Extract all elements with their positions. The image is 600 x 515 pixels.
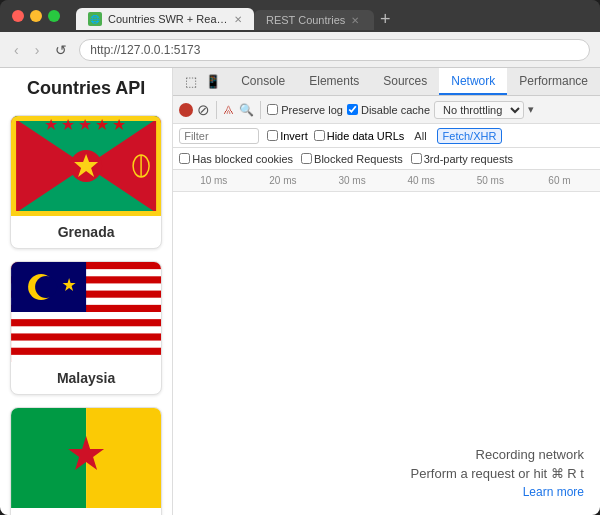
timeline-ticks: 10 ms 20 ms 30 ms 40 ms 50 ms 60 m: [179, 175, 594, 186]
device-icon[interactable]: 📱: [201, 74, 225, 89]
tick-40ms: 40 ms: [387, 175, 456, 186]
svg-rect-17: [11, 312, 161, 319]
network-empty-state: Recording network Perform a request or h…: [173, 192, 600, 515]
invert-checkbox[interactable]: [267, 130, 278, 141]
stop-button[interactable]: ⊘: [197, 102, 210, 117]
disable-cache-label: Disable cache: [361, 104, 430, 116]
search-icon[interactable]: 🔍: [239, 103, 254, 117]
tab-sources[interactable]: Sources: [371, 68, 439, 95]
svg-rect-18: [11, 326, 161, 333]
toolbar-separator-2: [260, 101, 261, 119]
devtools-panel: ⬚ 📱 Console Elements Sources Network Per…: [173, 68, 600, 515]
throttle-more-icon[interactable]: ▾: [528, 103, 534, 116]
blocked-requests-group: Blocked Requests: [301, 153, 403, 165]
preserve-log-label: Preserve log: [281, 104, 343, 116]
malaysia-flag-icon: [11, 262, 161, 362]
network-hint-message: Perform a request or hit ⌘ R t: [411, 466, 584, 481]
devtools-tabs: ⬚ 📱 Console Elements Sources Network Per…: [173, 68, 600, 96]
all-filter[interactable]: All: [410, 130, 430, 142]
third-party-checkbox[interactable]: [411, 153, 422, 164]
blocked-cookies-label: Has blocked cookies: [192, 153, 293, 165]
tab-performance[interactable]: Performance: [507, 68, 600, 95]
tick-10ms: 10 ms: [179, 175, 248, 186]
flag-malaysia-container: [11, 262, 161, 362]
network-recording-message: Recording network: [476, 447, 584, 462]
frguiana-flag-icon: [11, 408, 161, 508]
flag-grenada-container: [11, 116, 161, 216]
disable-cache-checkbox[interactable]: [347, 104, 358, 115]
third-party-group: 3rd-party requests: [411, 153, 513, 165]
svg-rect-19: [11, 341, 161, 348]
tab-active[interactable]: 🌐 Countries SWR + React Query ✕: [76, 8, 254, 30]
tick-50ms: 50 ms: [456, 175, 525, 186]
svg-rect-26: [86, 408, 161, 508]
flag-frguiana-container: [11, 408, 161, 508]
preserve-log-checkbox[interactable]: [267, 104, 278, 115]
tick-20ms: 20 ms: [248, 175, 317, 186]
devtools-tab-icons: ⬚ 📱: [177, 68, 229, 95]
devtools-filter-bar: Invert Hide data URLs All Fetch/XHR: [173, 124, 600, 148]
page-title: Countries API: [10, 78, 162, 99]
disable-cache-group: Disable cache: [347, 104, 430, 116]
throttle-select[interactable]: No throttling Fast 3G Slow 3G: [434, 101, 524, 119]
new-tab-button[interactable]: +: [374, 9, 397, 30]
blocked-requests-label: Blocked Requests: [314, 153, 403, 165]
tick-30ms: 30 ms: [317, 175, 386, 186]
traffic-lights: [12, 10, 60, 22]
devtools-toolbar: ⊘ ⩓ 🔍 Preserve log Disable cache No thro…: [173, 96, 600, 124]
filter-input[interactable]: [179, 128, 259, 144]
blocked-requests-checkbox[interactable]: [301, 153, 312, 164]
invert-label: Invert: [280, 130, 308, 142]
filter-options: Invert Hide data URLs All Fetch/XHR: [267, 128, 502, 144]
list-item: Grenada: [10, 115, 162, 249]
tab-close-icon[interactable]: ✕: [234, 14, 242, 25]
tab-console-label: Console: [241, 74, 285, 88]
url-text: http://127.0.0.1:5173: [90, 43, 200, 57]
svg-point-23: [35, 276, 57, 298]
tab-sources-label: Sources: [383, 74, 427, 88]
tab-favicon: 🌐: [88, 12, 102, 26]
url-bar[interactable]: http://127.0.0.1:5173: [79, 39, 590, 61]
browser-tabs: 🌐 Countries SWR + React Query ✕ REST Cou…: [68, 2, 588, 30]
tab-inactive-label: REST Countries: [266, 14, 345, 26]
svg-rect-25: [11, 408, 86, 508]
countries-panel: Countries API: [0, 68, 173, 515]
tab-network-label: Network: [451, 74, 495, 88]
hide-data-group: Hide data URLs: [314, 130, 405, 142]
blocked-cookies-checkbox[interactable]: [179, 153, 190, 164]
timeline-header: 10 ms 20 ms 30 ms 40 ms 50 ms 60 m: [173, 170, 600, 192]
inspect-icon[interactable]: ⬚: [181, 74, 201, 89]
tab-network[interactable]: Network: [439, 68, 507, 95]
refresh-button[interactable]: ↺: [51, 40, 71, 60]
blocked-cookies-group: Has blocked cookies: [179, 153, 293, 165]
tick-60ms: 60 m: [525, 175, 594, 186]
content-area: Countries API: [0, 68, 600, 515]
fetch-xhr-filter[interactable]: Fetch/XHR: [437, 128, 503, 144]
back-button[interactable]: ‹: [10, 40, 23, 60]
record-button[interactable]: [179, 103, 193, 117]
forward-button[interactable]: ›: [31, 40, 44, 60]
list-item: Malaysia: [10, 261, 162, 395]
grenada-flag-icon: [11, 116, 161, 216]
tab-active-label: Countries SWR + React Query: [108, 13, 228, 25]
list-item: French Guiana: [10, 407, 162, 515]
title-bar: 🌐 Countries SWR + React Query ✕ REST Cou…: [0, 0, 600, 32]
tab-close-inactive-icon[interactable]: ✕: [351, 15, 359, 26]
country-name-grenada: Grenada: [11, 216, 161, 248]
tab-console[interactable]: Console: [229, 68, 297, 95]
browser-window: 🌐 Countries SWR + React Query ✕ REST Cou…: [0, 0, 600, 515]
toolbar-separator: [216, 101, 217, 119]
minimize-button[interactable]: [30, 10, 42, 22]
hide-data-checkbox[interactable]: [314, 130, 325, 141]
tab-performance-label: Performance: [519, 74, 588, 88]
fullscreen-button[interactable]: [48, 10, 60, 22]
third-party-label: 3rd-party requests: [424, 153, 513, 165]
learn-more-link[interactable]: Learn more: [523, 485, 584, 499]
tab-inactive[interactable]: REST Countries ✕: [254, 10, 374, 30]
invert-group: Invert: [267, 130, 308, 142]
tab-elements[interactable]: Elements: [297, 68, 371, 95]
hide-data-label: Hide data URLs: [327, 130, 405, 142]
close-button[interactable]: [12, 10, 24, 22]
country-name-malaysia: Malaysia: [11, 362, 161, 394]
filter-icon[interactable]: ⩓: [223, 103, 235, 117]
